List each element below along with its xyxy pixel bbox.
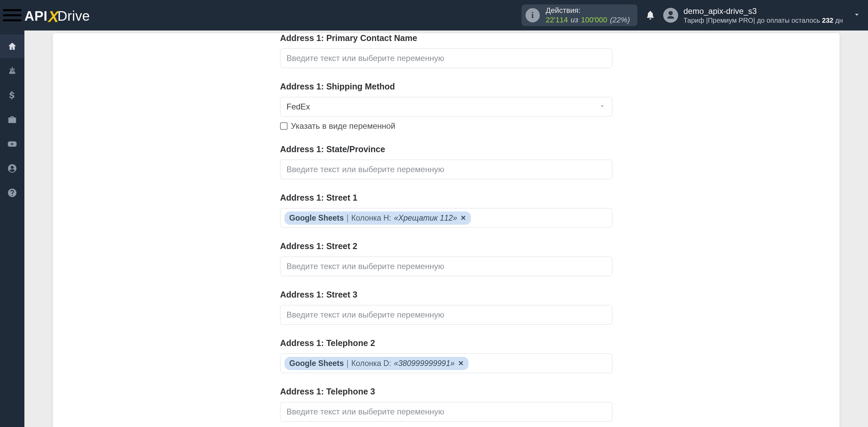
- field-state[interactable]: [280, 160, 612, 179]
- tag-remove-icon[interactable]: ✕: [458, 359, 464, 367]
- actions-iz: из: [571, 16, 578, 24]
- input-primary-contact[interactable]: [287, 54, 606, 63]
- checkbox-row-shipping-method[interactable]: Указать в виде переменной: [280, 121, 612, 131]
- tag-sample: «Хрещатик 112»: [394, 214, 457, 223]
- topbar: API X Drive i Действия: 22'114 из 100'00…: [0, 0, 868, 30]
- user-menu-chevron[interactable]: [852, 10, 861, 20]
- side-rail: [0, 30, 24, 427]
- tariff-days-suffix: дн: [833, 17, 843, 24]
- field-tel2[interactable]: Google Sheets | Колонка D: «380999999991…: [280, 353, 612, 373]
- tag-sep: |: [347, 359, 349, 368]
- actions-pct: (22%): [610, 16, 630, 24]
- user-menu[interactable]: demo_apix-drive_s3 Тариф |Премиум PRO| д…: [663, 6, 843, 24]
- actions-quota[interactable]: i Действия: 22'114 из 100'000 (22%): [521, 4, 637, 26]
- field-label-state: Address 1: State/Province: [280, 144, 612, 154]
- rail-connections[interactable]: [0, 59, 24, 83]
- actions-label: Действия:: [546, 6, 630, 15]
- field-label-primary-contact: Address 1: Primary Contact Name: [280, 33, 612, 43]
- checkbox-shipping-method[interactable]: [280, 122, 288, 130]
- field-primary-contact[interactable]: [280, 48, 612, 68]
- tag-column: Колонка H:: [351, 214, 391, 223]
- briefcase-icon: [7, 115, 17, 125]
- user-circle-icon: [7, 163, 17, 174]
- bell-icon: [645, 10, 655, 20]
- field-label-street1: Address 1: Street 1: [280, 193, 612, 203]
- rail-home[interactable]: [0, 35, 24, 58]
- page-body: Address 1: Primary Contact NameAddress 1…: [24, 30, 868, 427]
- logo-x: X: [48, 7, 59, 26]
- form-card: Address 1: Primary Contact NameAddress 1…: [53, 33, 840, 427]
- select-shipping-method[interactable]: FedEx: [280, 97, 612, 117]
- dollar-icon: [7, 90, 17, 100]
- actions-current: 22'114: [546, 16, 568, 24]
- chevron-down-icon: [598, 102, 606, 111]
- user-name: demo_apix-drive_s3: [684, 6, 843, 16]
- logo-drive: Drive: [57, 8, 90, 24]
- hamburger-menu[interactable]: [0, 0, 24, 30]
- rail-account[interactable]: [0, 157, 24, 180]
- tariff-days: 232: [822, 17, 833, 24]
- field-street1[interactable]: Google Sheets | Колонка H: «Хрещатик 112…: [280, 208, 612, 228]
- tag-tel2[interactable]: Google Sheets | Колонка D: «380999999991…: [284, 357, 469, 370]
- input-street2[interactable]: [287, 262, 606, 271]
- tariff-name: Премиум PRO: [708, 17, 753, 24]
- field-label-street2: Address 1: Street 2: [280, 241, 612, 251]
- chevron-down-icon: [852, 10, 861, 19]
- youtube-icon: [7, 139, 17, 149]
- field-tel3[interactable]: [280, 402, 612, 422]
- tag-column: Колонка D:: [351, 359, 391, 368]
- tag-source: Google Sheets: [289, 214, 344, 223]
- input-state[interactable]: [287, 165, 606, 174]
- tariff-prefix: Тариф |: [684, 17, 708, 24]
- field-street3[interactable]: [280, 305, 612, 325]
- tag-sample: «380999999991»: [394, 359, 455, 368]
- tag-remove-icon[interactable]: ✕: [460, 214, 466, 222]
- user-subline: Тариф |Премиум PRO| до оплаты осталось 2…: [684, 17, 843, 24]
- field-label-tel2: Address 1: Telephone 2: [280, 338, 612, 348]
- rail-billing[interactable]: [0, 83, 24, 107]
- field-street2[interactable]: [280, 257, 612, 276]
- hamburger-icon: [0, 3, 24, 27]
- logo-api: API: [24, 8, 47, 24]
- notifications-button[interactable]: [640, 10, 660, 20]
- tariff-sep: | до оплаты осталось: [753, 17, 822, 24]
- input-street3[interactable]: [287, 310, 606, 320]
- avatar: [663, 8, 678, 23]
- field-label-street3: Address 1: Street 3: [280, 290, 612, 300]
- field-label-shipping-method: Address 1: Shipping Method: [280, 82, 612, 92]
- tag-source: Google Sheets: [289, 359, 344, 368]
- info-icon: i: [526, 8, 540, 22]
- tag-street1[interactable]: Google Sheets | Колонка H: «Хрещатик 112…: [284, 211, 471, 225]
- input-tel3[interactable]: [287, 407, 606, 416]
- sitemap-icon: [7, 66, 17, 76]
- user-icon: [666, 10, 676, 20]
- select-value-shipping-method: FedEx: [287, 102, 310, 111]
- rail-projects[interactable]: [0, 108, 24, 131]
- tag-sep: |: [347, 214, 349, 223]
- logo[interactable]: API X Drive: [24, 6, 90, 24]
- field-label-tel3: Address 1: Telephone 3: [280, 387, 612, 396]
- checkbox-label-shipping-method: Указать в виде переменной: [291, 121, 395, 131]
- actions-max: 100'000: [581, 16, 607, 24]
- help-icon: [7, 188, 17, 198]
- rail-help[interactable]: [0, 181, 24, 205]
- rail-videos[interactable]: [0, 132, 24, 156]
- actions-numbers: 22'114 из 100'000 (22%): [546, 16, 630, 24]
- home-icon: [7, 41, 17, 52]
